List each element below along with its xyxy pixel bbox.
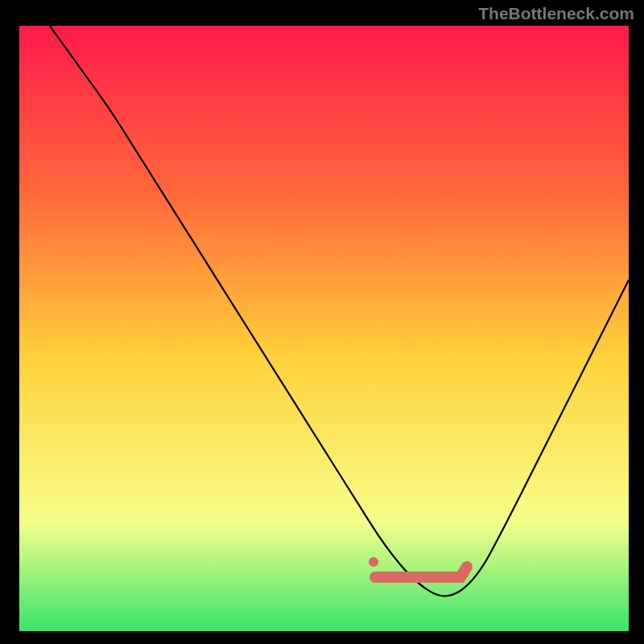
optimal-point-dot bbox=[369, 557, 378, 567]
gradient-background bbox=[19, 26, 629, 631]
chart-svg bbox=[19, 26, 629, 631]
bottleneck-chart bbox=[19, 26, 629, 631]
watermark-text: TheBottleneck.com bbox=[478, 4, 634, 23]
